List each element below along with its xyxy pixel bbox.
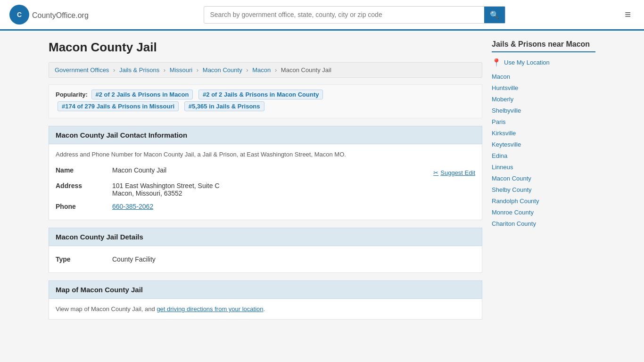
- sidebar-link-paris[interactable]: Paris: [492, 118, 506, 125]
- popularity-label: Popularity:: [56, 91, 88, 98]
- list-item: Linneus: [492, 163, 595, 171]
- name-label: Name: [56, 164, 112, 179]
- map-section-header: Map of Macon County Jail: [49, 280, 482, 299]
- list-item: Paris: [492, 118, 595, 125]
- map-section-body: View map of Macon County Jail, and get d…: [49, 299, 482, 320]
- sidebar-link-keytesville[interactable]: Keytesville: [492, 141, 521, 148]
- list-item: Edina: [492, 152, 595, 159]
- site-header: C CountyOffice.org 🔍 ≡: [0, 0, 644, 31]
- logo-area: C CountyOffice.org: [9, 5, 89, 25]
- name-row: Name Macon County Jail ✂ Suggest Edit: [56, 164, 475, 179]
- name-value: Macon County Jail ✂ Suggest Edit: [112, 164, 475, 179]
- details-section: Macon County Jail Details Type County Fa…: [49, 228, 482, 273]
- menu-button[interactable]: ≡: [621, 7, 635, 23]
- search-button[interactable]: 🔍: [484, 7, 505, 23]
- popularity-badge1: #2 of 2 Jails & Prisons in Macon: [91, 90, 193, 99]
- list-item: Keytesville: [492, 140, 595, 148]
- popularity-badge3: #174 of 279 Jails & Prisons in Missouri: [58, 101, 179, 111]
- search-icon: 🔍: [490, 11, 499, 19]
- contact-section-body: Address and Phone Number for Macon Count…: [49, 144, 482, 220]
- sidebar-link-randolph-county[interactable]: Randolph County: [492, 197, 539, 205]
- popularity-badge4: #5,365 in Jails & Prisons: [184, 101, 264, 111]
- contact-table: Name Macon County Jail ✂ Suggest Edit Ad…: [56, 164, 475, 213]
- sidebar-link-moberly[interactable]: Moberly: [492, 96, 513, 103]
- logo-icon: C: [9, 5, 29, 25]
- contact-section: Macon County Jail Contact Information Ad…: [49, 126, 482, 220]
- address-line2: Macon, Missouri, 63552: [112, 189, 475, 197]
- popularity-badge2: #2 of 2 Jails & Prisons in Macon County: [198, 90, 323, 99]
- list-item: Kirksville: [492, 129, 595, 137]
- menu-icon: ≡: [625, 8, 631, 20]
- breadcrumb-current: Macon County Jail: [281, 66, 331, 74]
- type-value: County Facility: [112, 253, 475, 266]
- address-label: Address: [56, 179, 112, 200]
- sidebar-links-list: MaconHuntsvilleMoberlyShelbyvilleParisKi…: [492, 73, 595, 227]
- map-desc-prefix: View map of Macon County Jail, and: [56, 305, 157, 313]
- page-title: Macon County Jail: [49, 40, 482, 55]
- driving-directions-link[interactable]: get driving directions from your locatio…: [157, 305, 263, 313]
- use-my-location-link[interactable]: 📍 Use My Location: [492, 58, 595, 67]
- sidebar-link-shelbyville[interactable]: Shelbyville: [492, 107, 521, 114]
- breadcrumb-jails[interactable]: Jails & Prisons: [119, 66, 159, 74]
- map-description: View map of Macon County Jail, and get d…: [56, 305, 475, 313]
- sidebar-link-macon-county[interactable]: Macon County: [492, 175, 531, 182]
- main-content: Macon County Jail Government Offices › J…: [49, 40, 482, 327]
- sidebar: Jails & Prisons near Macon 📍 Use My Loca…: [492, 40, 595, 327]
- address-row: Address 101 East Washington Street, Suit…: [56, 179, 475, 200]
- breadcrumb-gov-offices[interactable]: Government Offices: [55, 66, 109, 74]
- type-row: Type County Facility: [56, 253, 475, 266]
- search-bar: 🔍: [204, 6, 505, 24]
- address-value: 101 East Washington Street, Suite C Maco…: [112, 179, 475, 200]
- sidebar-link-monroe-county[interactable]: Monroe County: [492, 209, 534, 216]
- details-table: Type County Facility: [56, 253, 475, 266]
- phone-link[interactable]: 660-385-2062: [112, 203, 153, 210]
- contact-section-header: Macon County Jail Contact Information: [49, 126, 482, 144]
- sidebar-link-macon[interactable]: Macon: [492, 73, 510, 80]
- list-item: Monroe County: [492, 208, 595, 216]
- page-container: Macon County Jail Government Offices › J…: [39, 31, 605, 337]
- breadcrumb-macon[interactable]: Macon: [252, 66, 271, 74]
- suggest-edit-link[interactable]: ✂ Suggest Edit: [433, 169, 475, 176]
- breadcrumb-macon-county[interactable]: Macon County: [203, 66, 242, 74]
- sidebar-link-shelby-county[interactable]: Shelby County: [492, 186, 532, 193]
- list-item: Chariton County: [492, 220, 595, 227]
- breadcrumb-missouri[interactable]: Missouri: [170, 66, 192, 74]
- details-section-body: Type County Facility: [49, 246, 482, 273]
- sidebar-link-chariton-county[interactable]: Chariton County: [492, 220, 536, 227]
- address-line1: 101 East Washington Street, Suite C: [112, 182, 475, 189]
- location-pin-icon: 📍: [492, 58, 501, 67]
- phone-value: 660-385-2062: [112, 200, 475, 213]
- list-item: Moberly: [492, 95, 595, 103]
- search-input[interactable]: [204, 7, 484, 22]
- phone-label: Phone: [56, 200, 112, 213]
- contact-description: Address and Phone Number for Macon Count…: [56, 151, 475, 158]
- sidebar-link-huntsville[interactable]: Huntsville: [492, 84, 518, 91]
- sidebar-link-kirksville[interactable]: Kirksville: [492, 130, 516, 137]
- list-item: Shelbyville: [492, 107, 595, 114]
- sidebar-title: Jails & Prisons near Macon: [492, 40, 595, 52]
- logo-text: CountyOffice.org: [32, 9, 89, 20]
- details-section-header: Macon County Jail Details: [49, 228, 482, 246]
- list-item: Macon: [492, 73, 595, 80]
- list-item: Huntsville: [492, 84, 595, 91]
- list-item: Macon County: [492, 174, 595, 182]
- use-my-location-label: Use My Location: [504, 59, 550, 66]
- sidebar-link-linneus[interactable]: Linneus: [492, 164, 513, 171]
- edit-icon: ✂: [433, 169, 438, 176]
- list-item: Shelby County: [492, 186, 595, 193]
- list-item: Randolph County: [492, 197, 595, 205]
- map-desc-suffix: .: [264, 305, 265, 313]
- sidebar-link-edina[interactable]: Edina: [492, 152, 507, 159]
- map-section: Map of Macon County Jail View map of Mac…: [49, 280, 482, 320]
- breadcrumb: Government Offices › Jails & Prisons › M…: [49, 62, 482, 78]
- type-label: Type: [56, 253, 112, 266]
- svg-text:C: C: [17, 11, 22, 18]
- popularity-section: Popularity: #2 of 2 Jails & Prisons in M…: [49, 84, 482, 118]
- phone-row: Phone 660-385-2062: [56, 200, 475, 213]
